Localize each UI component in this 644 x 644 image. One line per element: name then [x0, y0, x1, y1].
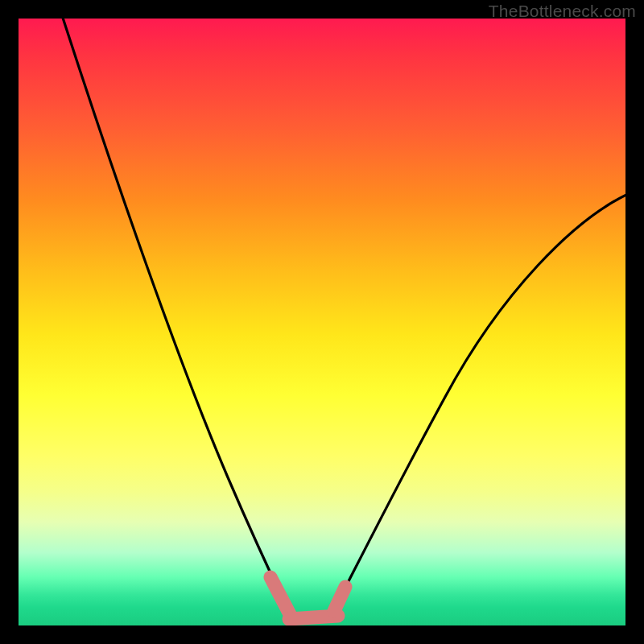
bottom-dash-group: [270, 577, 345, 619]
chart-plot-area: [19, 19, 625, 625]
dash-right: [334, 587, 345, 611]
chart-svg: [19, 19, 625, 625]
right-curve: [334, 194, 625, 609]
dash-left: [270, 577, 290, 614]
watermark-text: TheBottleneck.com: [489, 2, 636, 21]
left-curve: [62, 19, 290, 614]
